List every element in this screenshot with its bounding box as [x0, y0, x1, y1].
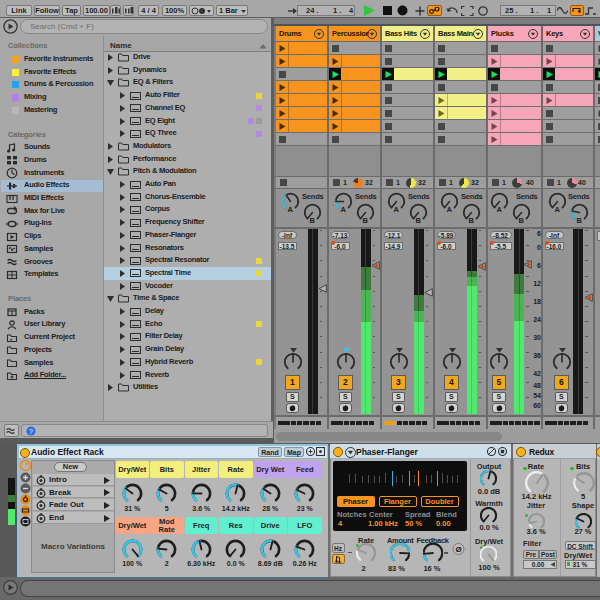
svg-text:?: ?	[29, 428, 33, 435]
svg-text:Ø: Ø	[455, 545, 461, 554]
